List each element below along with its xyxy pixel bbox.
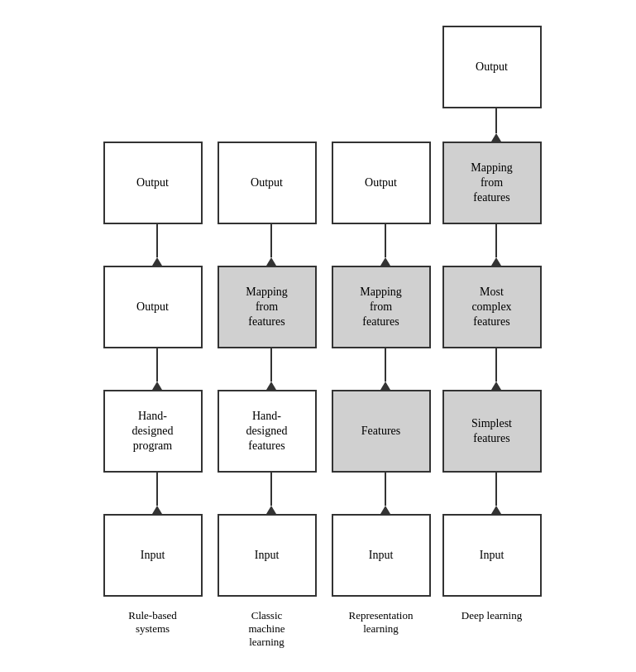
- features-col2-row4: Hand-designedfeatures: [218, 390, 317, 473]
- simple-col4-row4: Simplestfeatures: [442, 390, 542, 473]
- program-col1-row4: Hand-designedprogram: [103, 390, 203, 473]
- mapping-col4-row2: Mappingfromfeatures: [442, 142, 542, 224]
- output-col1-row3: Output: [103, 266, 203, 348]
- output-top: Output: [442, 26, 542, 108]
- arrow-5: [152, 348, 162, 390]
- input-col4: Input: [442, 514, 542, 597]
- arrow-7: [380, 348, 390, 390]
- mapping-col2-row3: Mappingfromfeatures: [218, 266, 317, 348]
- arrow-12: [491, 473, 501, 514]
- arrow-0: [491, 108, 501, 142]
- arrow-11: [380, 473, 390, 514]
- arrow-4: [491, 224, 501, 266]
- output-col2-row2: Output: [218, 142, 317, 224]
- diagram-container: OutputOutputOutputOutputMappingfromfeatu…: [12, 9, 624, 663]
- complex-col4-row3: Mostcomplexfeatures: [442, 266, 542, 348]
- column-label-2: Representationlearning: [332, 609, 431, 636]
- arrow-8: [491, 348, 501, 390]
- column-label-0: Rule-basedsystems: [103, 609, 203, 636]
- mapping-col3-row3: Mappingfromfeatures: [332, 266, 431, 348]
- input-col3: Input: [332, 514, 431, 597]
- arrow-3: [380, 224, 390, 266]
- input-col2: Input: [218, 514, 317, 597]
- arrow-2: [266, 224, 276, 266]
- output-col1-row2: Output: [103, 142, 203, 224]
- column-label-3: Deep learning: [442, 609, 542, 622]
- arrow-6: [266, 348, 276, 390]
- input-col1: Input: [103, 514, 203, 597]
- arrow-1: [152, 224, 162, 266]
- arrow-9: [152, 473, 162, 514]
- arrow-10: [266, 473, 276, 514]
- column-label-1: Classicmachinelearning: [218, 609, 317, 649]
- output-col3-row2: Output: [332, 142, 431, 224]
- features-col3-row4: Features: [332, 390, 431, 473]
